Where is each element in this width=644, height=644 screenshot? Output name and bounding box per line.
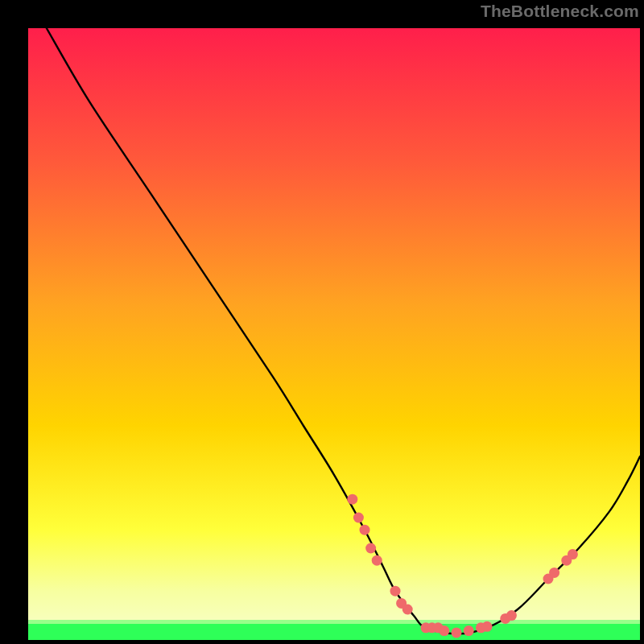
curve-marker — [482, 621, 493, 632]
curve-marker — [390, 586, 401, 597]
curve-marker — [353, 513, 364, 523]
bottleneck-chart — [28, 28, 640, 640]
curve-marker — [568, 549, 578, 559]
curve-marker — [347, 494, 357, 505]
curve-marker — [372, 555, 382, 566]
curve-marker — [360, 525, 370, 535]
curve-marker — [452, 627, 462, 638]
gradient-background — [28, 28, 640, 640]
green-band-trans — [28, 620, 640, 624]
curve-marker — [365, 543, 376, 554]
watermark-text: TheBottleneck.com — [481, 2, 639, 21]
curve-marker — [402, 605, 413, 615]
green-band — [28, 623, 640, 640]
plot-frame — [12, 12, 632, 632]
curve-marker — [549, 568, 559, 578]
curve-marker — [506, 610, 517, 621]
curve-marker — [464, 625, 474, 636]
curve-marker — [439, 625, 449, 636]
